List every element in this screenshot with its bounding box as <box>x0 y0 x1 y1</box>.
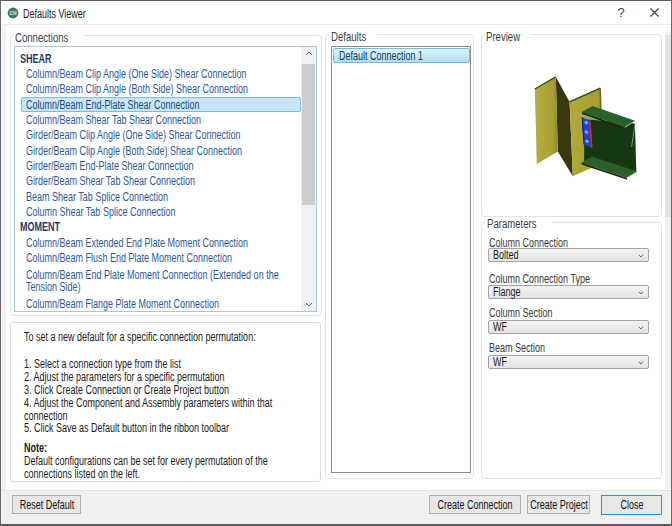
svg-text:CN: CN <box>9 10 17 16</box>
